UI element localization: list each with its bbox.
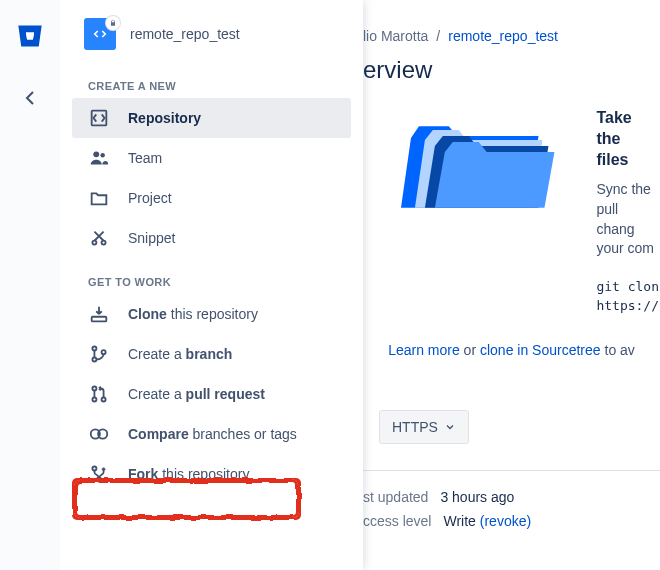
- repo-header: remote_repo_test: [60, 18, 363, 70]
- learn-more-line: Learn more or clone in Sourcetree to av: [363, 316, 660, 402]
- branch-icon: [88, 343, 110, 365]
- svg-point-10: [92, 397, 96, 401]
- menu-project[interactable]: Project: [72, 178, 351, 218]
- section-title-create: CREATE A NEW: [60, 70, 363, 98]
- breadcrumb-separator: /: [436, 28, 440, 44]
- collapse-sidebar-icon[interactable]: [18, 86, 42, 110]
- hero-heading: Take the files: [596, 108, 660, 170]
- section-title-work: GET TO WORK: [60, 266, 363, 294]
- svg-point-1: [93, 151, 99, 157]
- menu-clone-label: Clone this repository: [128, 306, 258, 322]
- menu-repository[interactable]: Repository: [72, 98, 351, 138]
- menu-fork[interactable]: Fork this repository: [72, 454, 351, 494]
- svg-point-6: [92, 346, 96, 350]
- pull-request-icon: [88, 383, 110, 405]
- protocol-select[interactable]: HTTPS: [379, 410, 469, 444]
- menu-compare[interactable]: Compare branches or tags: [72, 414, 351, 454]
- svg-point-11: [102, 397, 106, 401]
- svg-point-14: [92, 466, 96, 470]
- svg-point-15: [97, 477, 101, 481]
- menu-snippet[interactable]: Snippet: [72, 218, 351, 258]
- menu-repository-label: Repository: [128, 110, 201, 126]
- menu-branch[interactable]: Create a branch: [72, 334, 351, 374]
- fork-icon: [88, 463, 110, 485]
- menu-team[interactable]: Team: [72, 138, 351, 178]
- private-lock-icon: [106, 16, 120, 30]
- menu-compare-label: Compare branches or tags: [128, 426, 297, 442]
- project-icon: [88, 187, 110, 209]
- breadcrumb-repo-link[interactable]: remote_repo_test: [448, 28, 558, 44]
- breadcrumb: lio Marotta / remote_repo_test: [363, 0, 660, 44]
- menu-fork-label: Fork this repository: [128, 466, 249, 482]
- menu-branch-label: Create a branch: [128, 346, 232, 362]
- menu-team-label: Team: [128, 150, 162, 166]
- menu-project-label: Project: [128, 190, 172, 206]
- svg-point-7: [92, 357, 96, 361]
- sidebar: remote_repo_test CREATE A NEW Repository…: [60, 0, 363, 570]
- menu-pr-label: Create a pull request: [128, 386, 265, 402]
- access-level-label: ccess level: [363, 513, 431, 529]
- menu-snippet-label: Snippet: [128, 230, 175, 246]
- svg-point-4: [102, 241, 106, 245]
- bitbucket-logo-icon: [16, 22, 44, 50]
- access-level-value: Write (revoke): [443, 513, 531, 529]
- hero-body: Sync the pull chang your com: [596, 180, 660, 258]
- menu-clone[interactable]: Clone this repository: [72, 294, 351, 334]
- repo-name: remote_repo_test: [130, 26, 240, 42]
- chevron-down-icon: [444, 421, 456, 433]
- compare-icon: [88, 423, 110, 445]
- snippet-icon: [88, 227, 110, 249]
- team-icon: [88, 147, 110, 169]
- last-updated-value: 3 hours ago: [440, 489, 514, 505]
- last-updated-label: st updated: [363, 489, 428, 505]
- breadcrumb-owner[interactable]: lio Marotta: [363, 28, 428, 44]
- clone-sourcetree-link[interactable]: clone in Sourcetree: [480, 342, 601, 358]
- protocol-label: HTTPS: [392, 419, 438, 435]
- svg-point-2: [100, 153, 104, 157]
- git-clone-snippet: git clon https://: [596, 277, 660, 316]
- svg-point-3: [92, 241, 96, 245]
- learn-more-link[interactable]: Learn more: [388, 342, 460, 358]
- svg-point-9: [92, 386, 96, 390]
- repo-details: st updated 3 hours ago ccess level Write…: [363, 470, 660, 533]
- folder-illustration-icon: [401, 108, 560, 218]
- page-title: erview: [363, 44, 660, 108]
- menu-pull-request[interactable]: Create a pull request: [72, 374, 351, 414]
- clone-icon: [88, 303, 110, 325]
- repository-icon: [88, 107, 110, 129]
- revoke-link[interactable]: (revoke): [480, 513, 531, 529]
- svg-point-8: [102, 350, 106, 354]
- svg-rect-5: [92, 317, 107, 322]
